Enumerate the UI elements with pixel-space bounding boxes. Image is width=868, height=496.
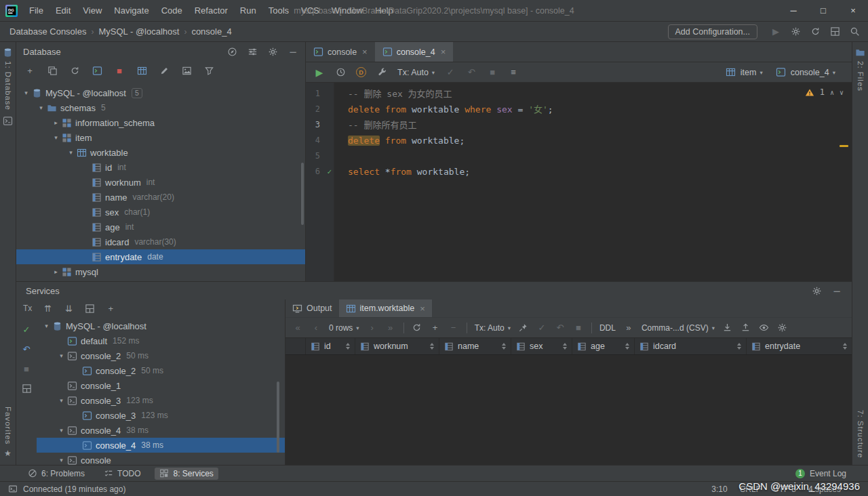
database-changes-icon[interactable]	[3, 116, 13, 126]
maximize-button[interactable]: □	[808, 0, 838, 21]
revert-button[interactable]: ↶	[555, 323, 566, 333]
db-item-schemas[interactable]: ▾schemas5	[16, 100, 305, 115]
db-item-mysql-localhost[interactable]: ▾MySQL - @localhost5	[16, 85, 305, 100]
menu-edit[interactable]: Edit	[50, 0, 77, 22]
stop-button[interactable]: ■	[21, 363, 32, 374]
gear-run-icon[interactable]	[790, 26, 801, 37]
line-separator[interactable]: CRLF	[740, 484, 761, 494]
console-switcher[interactable]: console_4 ▾	[791, 68, 835, 77]
delete-row-button[interactable]: −	[448, 323, 459, 333]
view-options-icon[interactable]	[247, 46, 258, 57]
minimize-button[interactable]: ─	[778, 0, 808, 21]
editor-body[interactable]: 123456✓ -- 删除 sex 为女的员工delete from workt…	[306, 83, 852, 281]
code-line-1[interactable]: -- 删除 sex 为女的员工	[348, 86, 852, 102]
tree-expand-icon[interactable]: ▾	[37, 104, 45, 111]
add-service-button[interactable]: +	[105, 303, 116, 314]
filter-icon[interactable]	[203, 65, 214, 76]
column-header-worknum[interactable]: worknum	[355, 338, 439, 354]
rollback-button[interactable]: ↶	[21, 344, 32, 354]
export-data-button[interactable]	[722, 323, 733, 333]
tool-button-8-services[interactable]: 8: Services	[155, 468, 218, 480]
menu-tools[interactable]: Tools	[262, 0, 295, 22]
file-encoding[interactable]: UTF-8	[773, 484, 796, 494]
tx-mode-dropdown[interactable]: Tx: Auto ▾	[475, 323, 511, 333]
tree-expand-icon[interactable]: ▾	[22, 89, 31, 96]
db-item-idcard[interactable]: idcardvarchar(30)	[16, 234, 305, 249]
tab-output[interactable]: Output	[285, 299, 339, 317]
stop-button[interactable]: ■	[114, 65, 125, 76]
sort-icon[interactable]	[559, 343, 567, 350]
sort-icon[interactable]	[839, 343, 847, 350]
jump-to-console-icon[interactable]	[92, 65, 102, 76]
tree-expand-icon[interactable]: ▾	[57, 427, 66, 434]
duplicate-icon[interactable]	[47, 65, 58, 76]
code-line-3[interactable]: -- 删除所有员工	[348, 117, 852, 133]
grid-body[interactable]	[285, 355, 852, 465]
close-tab-icon[interactable]: ×	[441, 47, 446, 57]
commit-button[interactable]: ✓	[21, 324, 32, 335]
db-item-name[interactable]: namevarchar(20)	[16, 190, 305, 205]
close-button[interactable]: ×	[838, 0, 868, 21]
svc-item-console-3[interactable]: ▾console_3123 ms	[37, 393, 285, 408]
rollback-button[interactable]: ↶	[466, 67, 477, 78]
db-item-worktable[interactable]: ▾worktable	[16, 145, 305, 160]
code-line-4[interactable]: delete from worktable;	[348, 133, 852, 148]
sort-icon[interactable]	[621, 343, 629, 350]
db-item-sex[interactable]: sexchar(1)	[16, 205, 305, 220]
caret-position[interactable]: 3:10	[711, 484, 727, 494]
database-scrollbar[interactable]	[301, 163, 304, 225]
sort-icon[interactable]	[498, 343, 506, 350]
close-tab-icon[interactable]: ×	[420, 304, 425, 314]
page-size-dropdown[interactable]: 0 rows ▾	[329, 323, 359, 333]
breadcrumb-item-console-4[interactable]: console_4	[190, 26, 233, 37]
tree-expand-icon[interactable]: ▾	[66, 149, 75, 156]
next-problem-icon[interactable]: ∨	[840, 89, 844, 96]
hide-panel-button[interactable]: ─	[288, 46, 298, 57]
tool-button-files[interactable]: 2: Files	[856, 61, 865, 91]
menu-code[interactable]: Code	[155, 0, 189, 22]
previous-page-button[interactable]: ‹	[311, 323, 321, 333]
svc-item-default[interactable]: default152 ms	[37, 333, 285, 348]
menu-run[interactable]: Run	[234, 0, 262, 22]
tree-expand-icon[interactable]: ▾	[42, 323, 51, 329]
reload-page-button[interactable]	[412, 323, 422, 333]
gear-icon[interactable]	[811, 285, 822, 296]
tab-console[interactable]: console ×	[306, 42, 375, 62]
code-line-5[interactable]	[348, 148, 852, 164]
database-tool-icon[interactable]	[3, 47, 13, 58]
search-everywhere-button[interactable]	[849, 26, 860, 37]
preview-button[interactable]	[759, 323, 770, 333]
stop-button[interactable]: ■	[487, 67, 498, 78]
table-view-icon[interactable]	[136, 65, 147, 76]
tree-expand-icon[interactable]: ▸	[52, 268, 60, 275]
cancel-query-button[interactable]: ■	[573, 323, 584, 333]
db-item-item[interactable]: ▾item	[16, 130, 305, 145]
db-item-information-schema[interactable]: ▸information_schema	[16, 115, 305, 130]
tool-button-favorites[interactable]: Favorites ★	[4, 407, 12, 458]
menu-file[interactable]: File	[23, 0, 50, 22]
db-item-id[interactable]: idint	[16, 160, 305, 175]
export-format-dropdown[interactable]: Comma-...d (CSV) ▾	[642, 323, 715, 333]
pin-icon[interactable]	[518, 323, 529, 333]
grid-settings-button[interactable]	[777, 323, 788, 333]
tx-filter-button[interactable]: Tx	[23, 304, 32, 313]
add-configuration-button[interactable]: Add Configuration...	[668, 24, 758, 39]
execute-button[interactable]: ▶	[314, 67, 325, 78]
commit-button[interactable]: ✓	[445, 67, 456, 78]
db-item-mysql[interactable]: ▸mysql	[16, 264, 305, 279]
import-data-button[interactable]	[741, 323, 751, 333]
svc-item-console[interactable]: ▾console	[37, 453, 285, 465]
menu-navigate[interactable]: Navigate	[108, 0, 155, 22]
tool-button-database[interactable]: 1: Database	[4, 61, 12, 110]
history-icon[interactable]	[335, 67, 346, 78]
ddl-button[interactable]: DDL	[599, 323, 616, 333]
compass-icon[interactable]	[226, 46, 237, 57]
code-line-6[interactable]: select *from worktable;	[348, 164, 852, 180]
layout-icon[interactable]	[21, 383, 32, 394]
code-area[interactable]: -- 删除 sex 为女的员工delete from worktable whe…	[334, 83, 852, 281]
group-view-icon[interactable]	[84, 303, 95, 314]
add-row-button[interactable]: +	[430, 323, 441, 333]
breadcrumb-item-mysql-localhost[interactable]: MySQL - @localhost	[97, 26, 180, 37]
tree-expand-icon[interactable]: ▾	[52, 134, 60, 141]
tab-console-4[interactable]: console_4 ×	[375, 42, 454, 62]
